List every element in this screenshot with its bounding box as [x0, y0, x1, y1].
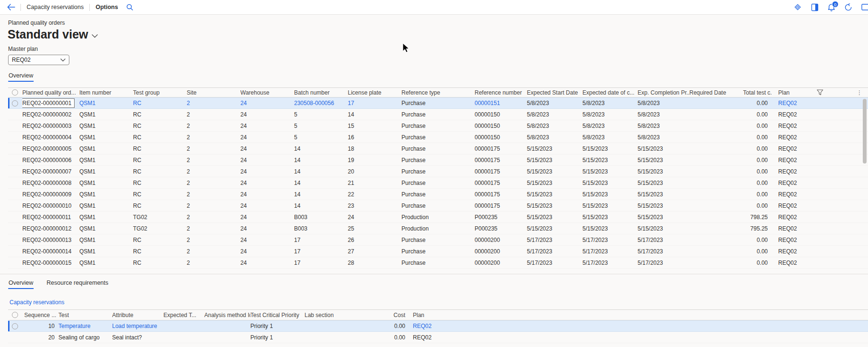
cell-item-number[interactable]: QSM1: [79, 157, 133, 164]
select-all-checkbox[interactable]: [8, 89, 22, 96]
cell-total-test-c[interactable]: 0.00: [743, 123, 772, 129]
cell-reference-type[interactable]: Purchase: [401, 168, 475, 175]
cell-item-number[interactable]: QSM1: [79, 100, 133, 106]
cell-expected-start-date[interactable]: 5/15/2023: [527, 145, 582, 152]
column-header-item-number[interactable]: Item number: [79, 89, 133, 96]
column-header-analysis-method-id[interactable]: Analysis method Id: [204, 312, 250, 318]
cell-plan[interactable]: REQ02: [409, 334, 447, 341]
column-header-required-date[interactable]: Required Date: [689, 89, 743, 96]
cell-batch-number[interactable]: B003: [294, 214, 348, 221]
cell-license-plate[interactable]: 27: [348, 248, 401, 255]
cell-plan[interactable]: REQ02: [772, 157, 810, 164]
cell-total-test-c[interactable]: 0.00: [743, 157, 772, 164]
cell-plan[interactable]: REQ02: [772, 248, 810, 255]
cell-total-test-c[interactable]: 0.00: [743, 134, 772, 141]
cell-exp-completion-pr[interactable]: 5/15/2023: [638, 180, 689, 186]
cell-reference-type[interactable]: Purchase: [401, 202, 475, 209]
notifications-button[interactable]: 0: [828, 3, 835, 11]
cell-plan[interactable]: REQ02: [772, 202, 810, 209]
cell-expected-start-date[interactable]: 5/15/2023: [527, 191, 582, 198]
cell-warehouse[interactable]: 24: [240, 214, 294, 221]
cell-item-number[interactable]: QSM1: [79, 237, 133, 243]
cell-planned-quality-ord[interactable]: REQ02-000000013: [22, 237, 79, 243]
order-row[interactable]: REQ02-000000005QSM1RC2241418Purchase0000…: [8, 143, 868, 154]
cell-total-test-c[interactable]: 798.25: [743, 214, 772, 221]
cell-reference-number[interactable]: 00000200: [475, 260, 527, 266]
cell-total-test-c[interactable]: 0.00: [743, 202, 772, 209]
cell-exp-completion-pr[interactable]: 5/8/2023: [638, 100, 689, 106]
cell-reference-type[interactable]: Purchase: [401, 248, 475, 255]
cell-site[interactable]: 2: [187, 237, 240, 243]
cell-plan[interactable]: REQ02: [772, 145, 810, 152]
cell-reference-type[interactable]: Purchase: [401, 145, 475, 152]
capacity-reservations-link[interactable]: Capacity reservations: [10, 299, 64, 306]
cell-item-number[interactable]: QSM1: [79, 168, 133, 175]
cell-plan[interactable]: REQ02: [772, 168, 810, 175]
cell-exp-completion-pr[interactable]: 5/8/2023: [638, 134, 689, 141]
cell-total-test-c[interactable]: 0.00: [743, 260, 772, 266]
cell-warehouse[interactable]: 24: [240, 145, 294, 152]
cell-plan[interactable]: REQ02: [772, 237, 810, 243]
cell-expected-date-of-c[interactable]: 5/8/2023: [582, 123, 638, 129]
cell-site[interactable]: 2: [187, 225, 240, 232]
cell-item-number[interactable]: QSM1: [79, 180, 133, 186]
cell-warehouse[interactable]: 24: [240, 123, 294, 129]
cell-expected-start-date[interactable]: 5/15/2023: [527, 225, 582, 232]
column-header-lab-section[interactable]: Lab section: [305, 312, 389, 318]
cell-license-plate[interactable]: 26: [348, 237, 401, 243]
cell-license-plate[interactable]: 22: [348, 191, 401, 198]
cell-warehouse[interactable]: 24: [240, 134, 294, 141]
cell-site[interactable]: 2: [187, 100, 240, 106]
cell-warehouse[interactable]: 24: [240, 168, 294, 175]
cell-planned-quality-ord[interactable]: REQ02-000000008: [22, 180, 79, 186]
cell-reference-number[interactable]: 00000151: [475, 100, 527, 106]
cell-batch-number[interactable]: 5: [294, 134, 348, 141]
cell-plan[interactable]: REQ02: [772, 111, 810, 118]
order-row[interactable]: REQ02-000000010QSM1RC2241423Purchase0000…: [8, 200, 868, 212]
column-header-expected-date-of-c[interactable]: Expected date of c...: [582, 89, 638, 96]
cell-batch-number[interactable]: 230508-000056: [294, 100, 348, 106]
cell-item-number[interactable]: QSM1: [79, 111, 133, 118]
cell-sequence[interactable]: 10: [24, 323, 58, 329]
cell-reference-type[interactable]: Purchase: [401, 100, 475, 106]
cell-test-group[interactable]: RC: [133, 100, 187, 106]
cell-planned-quality-ord[interactable]: REQ02-000000007: [22, 168, 79, 175]
cell-total-test-c[interactable]: 0.00: [743, 237, 772, 243]
order-row[interactable]: REQ02-000000008QSM1RC2241421Purchase0000…: [8, 177, 868, 189]
cell-plan[interactable]: REQ02: [772, 180, 810, 186]
shapes-button[interactable]: [793, 3, 802, 11]
cell-warehouse[interactable]: 24: [240, 157, 294, 164]
cell-warehouse[interactable]: 24: [240, 202, 294, 209]
cell-expected-date-of-c[interactable]: 5/8/2023: [582, 100, 638, 106]
cell-reference-type[interactable]: Production: [401, 214, 475, 221]
cell-exp-completion-pr[interactable]: 5/15/2023: [638, 157, 689, 164]
cell-total-test-c[interactable]: 0.00: [743, 168, 772, 175]
order-row[interactable]: REQ02-000000012QSM1TG02224B00325Producti…: [8, 223, 868, 234]
cell-test-group[interactable]: RC: [133, 180, 187, 186]
column-header-test-group[interactable]: Test group: [133, 89, 187, 96]
order-row[interactable]: REQ02-000000009QSM1RC2241422Purchase0000…: [8, 189, 868, 200]
cell-license-plate[interactable]: 17: [348, 100, 401, 106]
cell-license-plate[interactable]: 19: [348, 157, 401, 164]
cell-license-plate[interactable]: 16: [348, 134, 401, 141]
cell-exp-completion-pr[interactable]: 5/17/2023: [638, 260, 689, 266]
cell-warehouse[interactable]: 24: [240, 180, 294, 186]
order-row[interactable]: REQ02-000000007QSM1RC2241420Purchase0000…: [8, 166, 868, 177]
appbar-menu-capacity-reservations[interactable]: Capacity reservations: [25, 3, 85, 11]
cell-exp-completion-pr[interactable]: 5/8/2023: [638, 123, 689, 129]
cell-license-plate[interactable]: 18: [348, 145, 401, 152]
column-header-sequence[interactable]: Sequence ...: [24, 312, 58, 318]
cell-warehouse[interactable]: 24: [240, 111, 294, 118]
bottom-tab-overview[interactable]: Overview: [8, 279, 34, 289]
cell-test-group[interactable]: RC: [133, 111, 187, 118]
cell-warehouse[interactable]: 24: [240, 225, 294, 232]
cell-planned-quality-ord[interactable]: REQ02-000000003: [22, 123, 79, 129]
cell-warehouse[interactable]: 24: [240, 260, 294, 266]
cell-site[interactable]: 2: [187, 260, 240, 266]
cell-plan[interactable]: REQ02: [772, 100, 810, 106]
bottom-tab-resource-requirements[interactable]: Resource requirements: [46, 279, 109, 289]
refresh-button[interactable]: [844, 3, 852, 11]
order-row[interactable]: REQ02-000000014QSM1RC2241727Purchase0000…: [8, 246, 868, 257]
cell-reference-type[interactable]: Purchase: [401, 191, 475, 198]
order-row[interactable]: REQ02-000000011QSM1TG02224B00324Producti…: [8, 212, 868, 223]
